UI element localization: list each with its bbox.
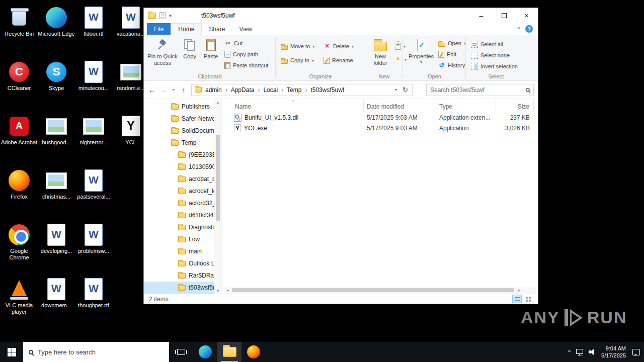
taskbar-edge-button[interactable] xyxy=(193,342,217,362)
easy-access-button[interactable]: ▾ xyxy=(395,54,407,64)
breadcrumb-admin[interactable]: admin xyxy=(205,86,222,94)
scroll-right-icon[interactable]: ▸ xyxy=(516,288,523,293)
nav-item-publishers[interactable]: Publishers xyxy=(144,101,214,113)
taskbar-firefox-button[interactable] xyxy=(242,342,266,362)
tab-view[interactable]: View xyxy=(232,23,259,35)
copy-path-button[interactable]: Copy path xyxy=(224,49,258,59)
select-none-button[interactable]: Select none xyxy=(471,50,510,60)
delete-button[interactable]: × Delete ▾ xyxy=(324,41,354,51)
column-header-date-modified[interactable]: Date modified xyxy=(364,99,436,112)
cut-button[interactable]: ✂ Cut xyxy=(224,38,243,48)
scroll-up-icon[interactable]: ▴ xyxy=(214,99,221,106)
taskbar-explorer-button[interactable] xyxy=(217,342,242,362)
nav-item-main[interactable]: main xyxy=(144,245,214,257)
tree-scrollbar[interactable]: ▴ ▾ xyxy=(214,99,221,295)
start-button[interactable] xyxy=(0,342,23,362)
nav-item-soliddocuments[interactable]: SolidDocum... xyxy=(144,125,214,137)
history-button[interactable]: ↺ History xyxy=(438,60,465,70)
paste-shortcut-button[interactable]: Paste shortcut xyxy=(224,60,268,70)
desktop-icon-nighterror[interactable]: nighterror... xyxy=(74,115,113,164)
edit-button[interactable]: Edit xyxy=(438,49,456,59)
copy-to-button[interactable]: Copy to ▾ xyxy=(281,55,314,65)
horizontal-scrollbar-thumb[interactable] xyxy=(232,288,514,292)
desktop-icon-thoughpet[interactable]: thoughpet.rtf xyxy=(74,278,113,327)
hidden-icons-button[interactable]: ^ xyxy=(568,349,571,355)
tab-home[interactable]: Home xyxy=(171,23,202,35)
desktop-icon-bushgood[interactable]: bushgood... xyxy=(37,115,75,164)
title-bar[interactable]: ▾ t503wsf5uwf – × xyxy=(144,8,538,23)
breadcrumb-temp[interactable]: Temp xyxy=(286,86,302,94)
forward-button[interactable]: → xyxy=(159,86,168,94)
scroll-left-icon[interactable]: ◂ xyxy=(224,288,231,293)
new-item-button[interactable]: ▾ xyxy=(395,41,406,51)
breadcrumb-local[interactable]: Local xyxy=(263,86,278,94)
desktop-icon-christmas[interactable]: christmas... xyxy=(37,169,75,218)
nav-item-outlook-logging[interactable]: Outlook L... xyxy=(144,257,214,269)
maximize-button[interactable] xyxy=(493,8,515,23)
column-header-size[interactable]: Size xyxy=(496,99,534,112)
desktop-icon-downmem[interactable]: downmem... xyxy=(37,278,75,327)
taskbar-search[interactable]: Type here to search xyxy=(23,342,169,362)
invert-selection-button[interactable]: Invert selection xyxy=(471,61,518,71)
nav-item-diagnostics[interactable]: Diagnostic... xyxy=(144,221,214,233)
open-button[interactable]: Open ▾ xyxy=(438,38,466,48)
nav-item-t503wsf5uwf[interactable]: t503wsf5u... xyxy=(144,282,214,294)
desktop-icon-skype[interactable]: Skype xyxy=(37,60,75,110)
search-icon[interactable] xyxy=(526,88,530,92)
search-box[interactable]: Search t503wsf5uwf xyxy=(426,84,534,96)
nav-item-safer-networking[interactable]: Safer-Netwo... xyxy=(144,113,214,125)
copy-button[interactable]: Copy xyxy=(180,37,199,75)
column-header-name[interactable]: ^Name xyxy=(222,99,364,112)
desktop-icon-recycle-bin[interactable]: Recycle Bin xyxy=(0,6,38,55)
details-view-button[interactable] xyxy=(512,295,522,303)
action-center-icon[interactable] xyxy=(632,349,640,355)
address-bar[interactable]: admin › AppData › Local › Temp › t503wsf… xyxy=(191,84,413,96)
file-row-ycl-exe[interactable]: YCL.exe 5/17/2025 9:03 AM Application 3,… xyxy=(222,123,538,133)
new-folder-button[interactable]: New folder xyxy=(367,37,393,75)
desktop-icon-ccleaner[interactable]: CCleaner xyxy=(0,60,38,110)
task-view-button[interactable] xyxy=(169,342,193,362)
taskbar-clock[interactable]: 9:04 AM 5/17/2025 xyxy=(601,345,626,359)
desktop-icon-problemsw[interactable]: problemsw... xyxy=(74,223,113,273)
collapse-ribbon-button[interactable]: ^ xyxy=(517,26,520,33)
desktop-icon-microsoft-edge[interactable]: Microsoft Edge xyxy=(37,6,75,55)
tab-file[interactable]: File xyxy=(147,23,171,35)
breadcrumb-t503wsf5uwf[interactable]: t503wsf5uwf xyxy=(310,86,345,94)
tab-share[interactable]: Share xyxy=(202,23,232,35)
nav-item-low[interactable]: Low xyxy=(144,233,214,245)
select-all-button[interactable]: Select all xyxy=(471,39,503,49)
minimize-button[interactable]: – xyxy=(470,8,493,23)
paste-button[interactable]: Paste xyxy=(200,37,221,75)
desktop-icon-fldoor-rtf[interactable]: fldoor.rtf xyxy=(74,6,113,55)
refresh-button[interactable]: ↻ xyxy=(401,86,409,94)
recent-locations-dropdown[interactable]: ▾ xyxy=(171,87,176,92)
desktop-icon-google-chrome[interactable]: Google Chrome xyxy=(0,223,38,273)
desktop-icon-vlc[interactable]: VLC media player xyxy=(0,278,38,327)
nav-item-acrobat-sbx[interactable]: acrobat_sb... xyxy=(144,173,214,185)
desktop-icon-minutecou[interactable]: minutecou... xyxy=(74,60,113,110)
quick-access-toolbar[interactable]: ▾ xyxy=(148,12,196,19)
breadcrumb-appdata[interactable]: AppData xyxy=(230,86,255,94)
nav-item-acrord32-sbx[interactable]: acrord32_s... xyxy=(144,197,214,209)
thumbnails-view-button[interactable] xyxy=(523,295,533,303)
pin-to-quick-access-button[interactable]: Pin to Quick access xyxy=(147,37,178,75)
rename-button[interactable]: Rename xyxy=(324,55,353,65)
nav-item-9ee293e3[interactable]: {9EE293E3-... xyxy=(144,149,214,161)
nav-item-rar-dra98[interactable]: Rar$DRa98... xyxy=(144,269,214,282)
nav-item-d610cf342[interactable]: d610cf342... xyxy=(144,209,214,221)
desktop-icon-firefox[interactable]: Firefox xyxy=(0,169,38,218)
up-button[interactable]: ↑ xyxy=(180,86,188,94)
column-header-type[interactable]: Type xyxy=(436,99,496,112)
nav-item-101305901[interactable]: 101305901... xyxy=(144,161,214,173)
address-dropdown-icon[interactable]: ▾ xyxy=(393,87,398,92)
desktop-icon-developing[interactable]: developing... xyxy=(37,223,75,273)
tree-scrollbar-thumb[interactable] xyxy=(216,135,220,221)
desktop-icon-pastseveral[interactable]: pastseveral... xyxy=(74,169,113,218)
back-button[interactable]: ← xyxy=(148,86,156,94)
properties-button[interactable]: Properties ▾ xyxy=(407,37,436,75)
desktop-icon-adobe-acrobat[interactable]: Adobe Acrobat xyxy=(0,115,38,164)
file-row-bunifu-dll[interactable]: Bunifu_UI_v1.5.3.dll 5/17/2025 9:03 AM A… xyxy=(222,112,538,123)
close-button[interactable]: × xyxy=(515,8,538,23)
volume-icon[interactable] xyxy=(589,349,596,355)
quick-access-item-icon[interactable] xyxy=(159,12,166,19)
